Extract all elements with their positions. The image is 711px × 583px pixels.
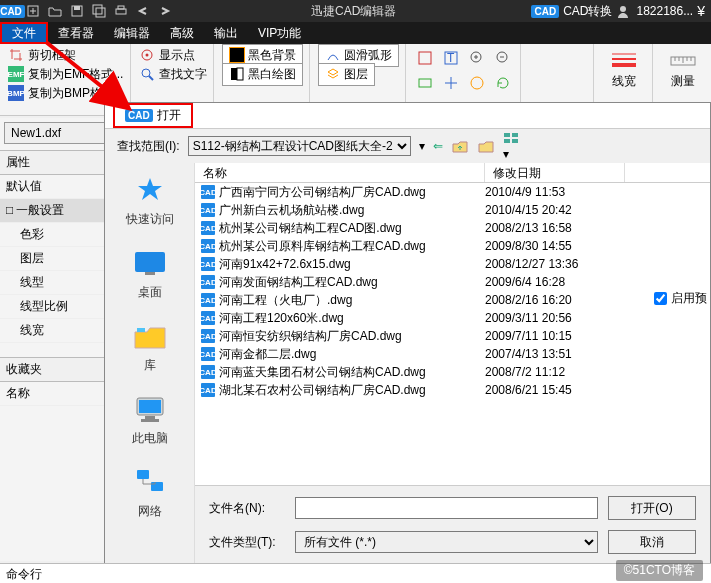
file-row[interactable]: CAD杭州某公司钢结构工程CAD图.dwg2008/2/13 16:58: [195, 219, 710, 237]
back-icon[interactable]: ⇐: [433, 139, 443, 153]
arc-icon: [325, 47, 341, 63]
menu-editor[interactable]: 编辑器: [104, 22, 160, 44]
tool-icon-6[interactable]: [440, 72, 462, 94]
currency-icon[interactable]: ¥: [697, 3, 705, 19]
place-desktop[interactable]: 桌面: [105, 242, 194, 305]
open-folder-icon[interactable]: [44, 0, 66, 22]
show-point-button[interactable]: 显示点: [139, 47, 207, 63]
save-all-icon[interactable]: [88, 0, 110, 22]
zoom-in-icon[interactable]: [466, 47, 488, 69]
menu-viewer[interactable]: 查看器: [48, 22, 104, 44]
find-text-button[interactable]: 查找文字: [139, 66, 207, 82]
up-folder-icon[interactable]: [451, 138, 469, 154]
user-name[interactable]: 1822186...: [636, 4, 693, 18]
layer-row[interactable]: 图层: [0, 247, 109, 271]
print-icon[interactable]: [110, 0, 132, 22]
file-row[interactable]: CAD广西南宁同方公司钢结构厂房CAD.dwg2010/4/9 11:53: [195, 183, 710, 201]
color-row[interactable]: 色彩: [0, 223, 109, 247]
file-list[interactable]: CAD广西南宁同方公司钢结构厂房CAD.dwg2010/4/9 11:53CAD…: [195, 183, 710, 485]
new-file-icon[interactable]: [22, 0, 44, 22]
place-this-pc[interactable]: 此电脑: [105, 388, 194, 451]
col-name[interactable]: 名称: [195, 163, 485, 182]
svg-rect-39: [512, 139, 518, 143]
menu-output[interactable]: 输出: [204, 22, 248, 44]
filetype-select[interactable]: 所有文件 (*.*): [295, 531, 598, 553]
undo-icon[interactable]: [132, 0, 154, 22]
enable-preview-checkbox[interactable]: 启用预: [654, 290, 707, 307]
lineweight-row[interactable]: 线宽: [0, 319, 109, 343]
star-icon: [132, 173, 168, 209]
zoom-out-icon[interactable]: [492, 47, 514, 69]
file-row[interactable]: CAD河南91x42+72.6x15.dwg2008/12/27 13:36: [195, 255, 710, 273]
layer-button[interactable]: 图层: [318, 63, 375, 86]
svg-line-13: [149, 76, 153, 80]
cad-file-icon: CAD: [201, 347, 215, 361]
file-date: 2009/7/11 10:15: [485, 329, 625, 343]
place-library[interactable]: 库: [105, 315, 194, 378]
tool-icon-2[interactable]: T: [440, 47, 462, 69]
filename-input[interactable]: [295, 497, 598, 519]
file-row[interactable]: CAD广州新白云机场航站楼.dwg2010/4/15 20:42: [195, 201, 710, 219]
file-row[interactable]: CAD杭州某公司原料库钢结构工程CAD.dwg2009/8/30 14:55: [195, 237, 710, 255]
file-row[interactable]: CAD河南发面钢结构工程CAD.dwg2009/6/4 16:28: [195, 273, 710, 291]
col-date[interactable]: 修改日期: [485, 163, 625, 182]
file-row[interactable]: CAD河南金都二层.dwg2007/4/13 13:51: [195, 345, 710, 363]
crop-icon: [8, 47, 24, 63]
svg-point-12: [142, 69, 150, 77]
svg-rect-4: [74, 6, 80, 10]
cut-frame-button[interactable]: 剪切框架: [8, 47, 124, 63]
linewidth-icon: [610, 51, 638, 71]
file-date: 2008/7/2 11:12: [485, 365, 625, 379]
file-row[interactable]: CAD河南蓝天集团石材公司钢结构CAD.dwg2008/7/2 11:12: [195, 363, 710, 381]
linewidth-button[interactable]: 线宽: [602, 47, 646, 94]
file-row[interactable]: CAD河南工程（火电厂）.dwg2008/2/16 16:20: [195, 291, 710, 309]
svg-rect-48: [151, 482, 163, 491]
lookin-select[interactable]: S112-钢结构工程设计CAD图纸大全-2: [188, 136, 411, 156]
svg-point-9: [620, 6, 626, 12]
tool-icon-5[interactable]: [414, 72, 436, 94]
user-icon[interactable]: [616, 4, 632, 18]
file-row[interactable]: CAD湖北某石农村公司钢结构厂房CAD.dwg2008/6/21 15:45: [195, 381, 710, 399]
save-icon[interactable]: [66, 0, 88, 22]
document-tab[interactable]: New1.dxf: [4, 122, 105, 144]
copy-emf-button[interactable]: EMF复制为EMF格式...: [8, 66, 124, 82]
svg-rect-40: [135, 252, 165, 272]
svg-rect-46: [141, 419, 159, 422]
cad-file-icon: CAD: [201, 293, 215, 307]
menu-file[interactable]: 文件: [0, 22, 48, 44]
file-row[interactable]: CAD河南恒安纺织钢结构厂房CAD.dwg2009/7/11 10:15: [195, 327, 710, 345]
copy-bmp-button[interactable]: BMP复制为BMP格式...: [8, 85, 124, 101]
desktop-icon: [132, 246, 168, 282]
menu-vip[interactable]: VIP功能: [248, 22, 311, 44]
linescale-row[interactable]: 线型比例: [0, 295, 109, 319]
cad-file-icon: CAD: [201, 221, 215, 235]
filename-label: 文件名(N):: [209, 500, 285, 517]
svg-rect-16: [419, 52, 431, 64]
command-line[interactable]: 命令行: [0, 563, 711, 583]
view-menu-icon[interactable]: ▾: [503, 131, 521, 161]
cad-file-icon: CAD: [201, 311, 215, 325]
open-button[interactable]: 打开(O): [608, 496, 696, 520]
cad-convert-button[interactable]: CAD转换: [563, 3, 612, 20]
bw-draw-toggle[interactable]: 黑白绘图: [222, 63, 303, 86]
tool-icon-7[interactable]: [466, 72, 488, 94]
refresh-icon[interactable]: [492, 72, 514, 94]
file-row[interactable]: CAD河南工程120x60米.dwg2009/3/11 20:56: [195, 309, 710, 327]
preview-checkbox-input[interactable]: [654, 292, 667, 305]
tool-icon-1[interactable]: [414, 47, 436, 69]
name-row[interactable]: 名称: [0, 382, 109, 406]
measure-button[interactable]: 测量: [661, 47, 705, 94]
cancel-button[interactable]: 取消: [608, 530, 696, 554]
place-network[interactable]: 网络: [105, 461, 194, 524]
new-folder-icon[interactable]: [477, 138, 495, 154]
general-group[interactable]: □一般设置: [0, 199, 109, 223]
chevron-down-icon[interactable]: ▾: [419, 139, 425, 153]
file-name: 河南金都二层.dwg: [219, 346, 316, 363]
redo-icon[interactable]: [154, 0, 176, 22]
menu-advanced[interactable]: 高级: [160, 22, 204, 44]
place-quick-access[interactable]: 快速访问: [105, 169, 194, 232]
file-name: 河南发面钢结构工程CAD.dwg: [219, 274, 378, 291]
linetype-row[interactable]: 线型: [0, 271, 109, 295]
cad-badge-icon: CAD: [531, 5, 559, 18]
default-row[interactable]: 默认值: [0, 175, 109, 199]
